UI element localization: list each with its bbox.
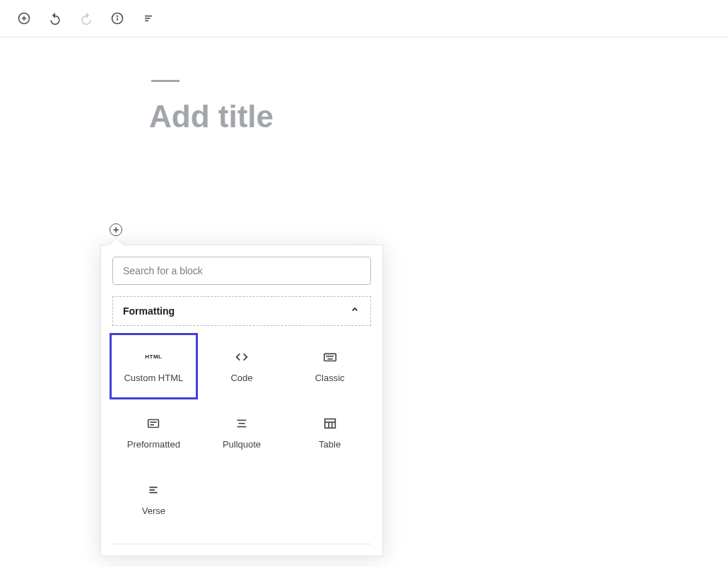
formatting-panel-header[interactable]: Formatting bbox=[112, 296, 371, 326]
code-icon bbox=[234, 350, 249, 364]
block-label: Table bbox=[319, 439, 341, 450]
block-code[interactable]: Code bbox=[198, 333, 286, 399]
block-label: Pullquote bbox=[223, 439, 261, 450]
block-label: Classic bbox=[315, 373, 345, 383]
title-block[interactable]: Add title bbox=[146, 80, 728, 134]
undo-button[interactable] bbox=[42, 6, 68, 31]
svg-point-11 bbox=[328, 356, 329, 356]
preformatted-icon bbox=[146, 416, 161, 431]
add-block-button[interactable] bbox=[11, 6, 37, 31]
block-search-input[interactable] bbox=[112, 257, 371, 285]
svg-point-13 bbox=[332, 356, 333, 356]
block-navigation-button[interactable] bbox=[136, 6, 161, 31]
block-pullquote[interactable]: Pullquote bbox=[198, 399, 286, 466]
svg-point-12 bbox=[330, 356, 331, 356]
block-label: Preformatted bbox=[127, 439, 180, 450]
svg-point-5 bbox=[117, 16, 118, 16]
editor-area: Add title Formatting HTML Custom HTML bbox=[0, 37, 728, 134]
chevron-up-icon bbox=[349, 304, 360, 318]
pullquote-icon bbox=[234, 416, 249, 431]
svg-rect-9 bbox=[324, 353, 336, 361]
block-table[interactable]: Table bbox=[286, 399, 374, 466]
svg-rect-15 bbox=[148, 419, 159, 427]
verse-icon bbox=[146, 483, 161, 497]
content-info-button[interactable] bbox=[105, 6, 130, 31]
block-preformatted[interactable]: Preformatted bbox=[110, 399, 198, 466]
block-custom-html[interactable]: HTML Custom HTML bbox=[110, 333, 198, 399]
block-label: Custom HTML bbox=[124, 373, 183, 383]
title-placeholder[interactable]: Add title bbox=[146, 99, 728, 134]
keyboard-icon bbox=[322, 350, 338, 364]
popover-divider bbox=[112, 544, 371, 544]
table-icon bbox=[322, 416, 338, 431]
svg-point-10 bbox=[327, 356, 327, 356]
title-divider bbox=[151, 80, 180, 82]
block-inserter-popover: Formatting HTML Custom HTML Code bbox=[100, 245, 383, 556]
blocks-grid: HTML Custom HTML Code Classic bbox=[101, 326, 382, 532]
block-verse[interactable]: Verse bbox=[110, 466, 198, 532]
search-wrapper bbox=[101, 245, 382, 296]
panel-title: Formatting bbox=[123, 305, 175, 317]
block-label: Verse bbox=[142, 505, 165, 516]
inserter-toggle-button[interactable] bbox=[110, 223, 122, 236]
block-classic[interactable]: Classic bbox=[286, 333, 374, 399]
html-icon: HTML bbox=[145, 350, 162, 364]
top-toolbar bbox=[0, 0, 728, 37]
redo-button[interactable] bbox=[74, 6, 99, 31]
svg-rect-21 bbox=[324, 419, 335, 428]
block-label: Code bbox=[230, 373, 252, 383]
